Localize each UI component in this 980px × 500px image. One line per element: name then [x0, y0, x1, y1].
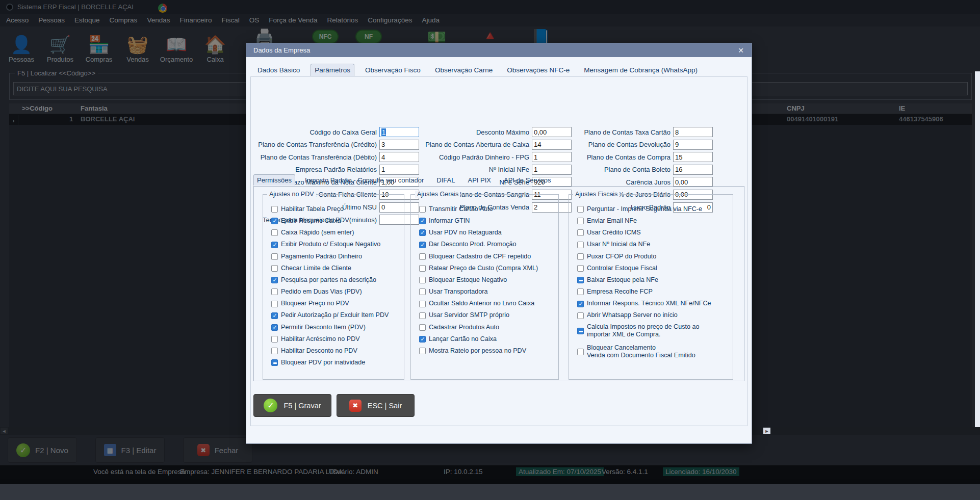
checkbox-row[interactable]: Bloquear Cancelamento Venda com Document…	[577, 344, 730, 360]
checkbox-unchecked-icon[interactable]	[271, 206, 278, 213]
checkbox-row[interactable]: Ocultar Saldo Anterior no Livro Caixa	[419, 300, 555, 308]
checkbox-row[interactable]: Mostra Rateio por pessoa no PDV	[419, 347, 555, 355]
checkbox-unchecked-icon[interactable]	[577, 206, 584, 213]
field-input[interactable]: 8	[673, 127, 713, 137]
checkbox-mixed-icon[interactable]	[271, 359, 278, 366]
checkbox-row[interactable]: Pedido em Duas Vias (PDV)	[271, 287, 401, 296]
subtab-api-pix[interactable]: API PIX	[465, 175, 494, 186]
checkbox-unchecked-icon[interactable]	[419, 253, 426, 260]
checkbox-row[interactable]: Exibir Produto c/ Estoque Negativo	[271, 241, 401, 249]
field-input[interactable]: 9	[673, 140, 713, 150]
checkbox-row[interactable]: Baixar Estoque pela NFe	[577, 276, 730, 284]
checkbox-row[interactable]: Informar Respons. Técnico XML NFe/NFCe	[577, 300, 730, 308]
checkbox-unchecked-icon[interactable]	[577, 265, 584, 272]
checkbox-row[interactable]: Pedir Autorização p/ Excluir Item PDV	[271, 311, 401, 320]
checkbox-checked-icon[interactable]	[271, 218, 278, 224]
checkbox-checked-icon[interactable]	[271, 312, 278, 319]
checkbox-row[interactable]: Pagamento Padrão Dinheiro	[271, 252, 401, 261]
checkbox-row[interactable]: Habilitar Tabela Preço	[271, 205, 401, 214]
scroll-right-icon[interactable]: ►	[763, 428, 770, 434]
checkbox-row[interactable]: Bloquear PDV por inatividade	[271, 358, 401, 367]
checkbox-row[interactable]: Calcula Impostos no preço de Custo ao im…	[577, 323, 730, 339]
checkbox-unchecked-icon[interactable]	[577, 349, 584, 355]
subtab-imposto-padr-o-consulte-seu-contador[interactable]: Imposto Padrão - Consulte seu contador	[302, 175, 427, 186]
tab-observa-o-carne[interactable]: Observação Carne	[431, 64, 496, 76]
checkbox-row[interactable]: Usar Transportadora	[419, 287, 555, 296]
dialog-button-esc-sair[interactable]: ✖ESC | Sair	[337, 394, 415, 417]
subtab-api-de-servi-os[interactable]: API de Serviços	[501, 175, 554, 186]
checkbox-row[interactable]: Dar Desconto Prod. Promoção	[419, 241, 555, 249]
subtab-difal[interactable]: DIFAL	[433, 175, 458, 186]
field-input[interactable]: 15	[673, 152, 713, 162]
tab-observa-es-nfc-e[interactable]: Observações NFC-e	[503, 64, 573, 76]
checkbox-unchecked-icon[interactable]	[419, 301, 426, 307]
checkbox-row[interactable]: Usar Nº Inicial da NFe	[577, 241, 730, 249]
checkbox-row[interactable]: Usar PDV no Retaguarda	[419, 228, 555, 237]
checkbox-unchecked-icon[interactable]	[271, 229, 278, 236]
checkbox-unchecked-icon[interactable]	[577, 218, 584, 224]
checkbox-unchecked-icon[interactable]	[419, 348, 426, 354]
dialog-button-f5-gravar[interactable]: ✓F5 | Gravar	[253, 394, 331, 417]
checkbox-row[interactable]: Perguntar - Imprimir Segunda via NFC-e	[577, 205, 730, 214]
checkbox-unchecked-icon[interactable]	[419, 324, 426, 331]
checkbox-row[interactable]: Controlar Estoque Fiscal	[577, 264, 730, 273]
checkbox-unchecked-icon[interactable]	[419, 206, 426, 213]
checkbox-unchecked-icon[interactable]	[577, 229, 584, 236]
checkbox-row[interactable]: Caixa Rápido (sem enter)	[271, 228, 401, 237]
checkbox-unchecked-icon[interactable]	[271, 336, 278, 343]
checkbox-label: Calcula Impostos no preço de Custo ao im…	[587, 323, 700, 339]
checkbox-row[interactable]: Bloquear Estoque Negativo	[419, 276, 555, 284]
tab-par-metros[interactable]: Parâmetros	[311, 64, 354, 76]
checkbox-checked-icon[interactable]	[271, 324, 278, 331]
checkbox-checked-icon[interactable]	[419, 229, 426, 236]
checkbox-checked-icon[interactable]	[419, 242, 426, 248]
checkbox-unchecked-icon[interactable]	[271, 253, 278, 260]
checkbox-unchecked-icon[interactable]	[271, 265, 278, 272]
checkbox-row[interactable]: Bloquear Cadastro de CPF repetido	[419, 252, 555, 261]
checkbox-unchecked-icon[interactable]	[419, 288, 426, 295]
checkbox-unchecked-icon[interactable]	[577, 288, 584, 295]
checkbox-unchecked-icon[interactable]	[419, 265, 426, 272]
checkbox-row[interactable]: Usar Servidor SMTP próprio	[419, 311, 555, 320]
checkbox-checked-icon[interactable]	[271, 277, 278, 283]
checkbox-unchecked-icon[interactable]	[419, 312, 426, 319]
checkbox-row[interactable]: Bloquear Preço no PDV	[271, 300, 401, 308]
checkbox-row[interactable]: Lançar Cartão no Caixa	[419, 335, 555, 344]
checkbox-row[interactable]: Puxar CFOP do Produto	[577, 252, 730, 261]
checkbox-checked-icon[interactable]	[419, 218, 426, 224]
tab-observa-o-fisco[interactable]: Observação Fisco	[362, 64, 424, 76]
checkbox-checked-icon[interactable]	[419, 336, 426, 343]
checkbox-unchecked-icon[interactable]	[419, 277, 426, 283]
checkbox-label: Habilitar Tabela Preço	[281, 205, 344, 214]
checkbox-row[interactable]: Pesquisa por partes na descrição	[271, 276, 401, 284]
checkbox-checked-icon[interactable]	[577, 301, 584, 307]
checkbox-row[interactable]: Transmitir Cartão Auto	[419, 205, 555, 214]
checkbox-unchecked-icon[interactable]	[577, 242, 584, 248]
tab-mensagem-de-cobran-a-whatsapp-[interactable]: Mensagem de Cobrança (WhatsApp)	[580, 64, 701, 76]
checkbox-unchecked-icon[interactable]	[271, 348, 278, 354]
vertical-scrollbar[interactable]	[975, 71, 980, 427]
checkbox-mixed-icon[interactable]	[577, 328, 584, 334]
checkbox-row[interactable]: Informar GTIN	[419, 217, 555, 225]
checkbox-mixed-icon[interactable]	[577, 277, 584, 283]
checkbox-row[interactable]: Empresa Recolhe FCP	[577, 287, 730, 296]
checkbox-row[interactable]: Habilitar Acréscimo no PDV	[271, 335, 401, 344]
subtab-permiss-es[interactable]: Permissões	[253, 174, 295, 186]
close-icon[interactable]: ✕	[736, 46, 745, 55]
tab-dados-b-sico[interactable]: Dados Básico	[254, 64, 303, 76]
checkbox-unchecked-icon[interactable]	[271, 288, 278, 295]
checkbox-row[interactable]: Exibir Resumo Caixa	[271, 217, 401, 225]
checkbox-row[interactable]: Checar Limite de Cliente	[271, 264, 401, 273]
checkbox-checked-icon[interactable]	[271, 242, 278, 248]
checkbox-row[interactable]: Usar Crédito ICMS	[577, 228, 730, 237]
checkbox-unchecked-icon[interactable]	[577, 253, 584, 260]
checkbox-row[interactable]: Enviar Email NFe	[577, 217, 730, 225]
checkbox-row[interactable]: Abrir Whatsapp Server no início	[577, 311, 730, 320]
checkbox-row[interactable]: Habilitar Desconto no PDV	[271, 347, 401, 355]
field-input[interactable]: 16	[673, 165, 713, 175]
checkbox-row[interactable]: Ratear Preço de Custo (Compra XML)	[419, 264, 555, 273]
checkbox-unchecked-icon[interactable]	[577, 312, 584, 319]
checkbox-row[interactable]: Permitir Desconto Item (PDV)	[271, 323, 401, 332]
checkbox-unchecked-icon[interactable]	[271, 301, 278, 307]
checkbox-row[interactable]: Cadastrar Produtos Auto	[419, 323, 555, 332]
